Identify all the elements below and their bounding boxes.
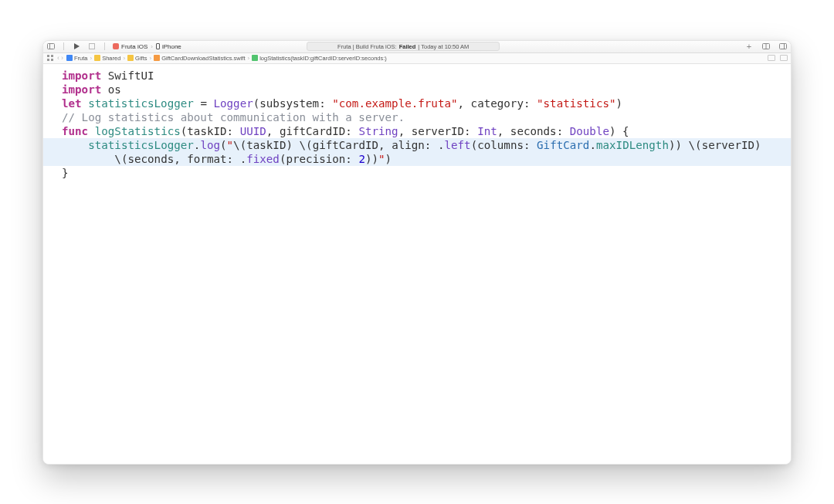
toolbar-separator (104, 42, 105, 50)
svg-rect-6 (780, 44, 787, 49)
svg-rect-11 (51, 59, 53, 61)
nav-forward-icon[interactable]: › (61, 55, 63, 62)
device-icon (156, 43, 160, 49)
status-prefix: Fruta | Build Fruta iOS: (337, 43, 397, 50)
crumb-file[interactable]: GiftCardDownloadStatistics.swift (154, 55, 245, 62)
crumb-project[interactable]: Fruta (66, 55, 88, 62)
code-line: import os (62, 83, 791, 96)
code-line: func logStatistics(taskID: UUID, giftCar… (62, 124, 791, 138)
status-time: | Today at 10:50 AM (418, 43, 469, 50)
code-line: } (62, 166, 791, 180)
svg-marker-2 (74, 43, 80, 49)
folder-icon (94, 55, 100, 61)
code-line: import SwiftUI (62, 69, 791, 83)
folder-icon (127, 55, 134, 61)
toolbar: Fruta iOS › iPhone Fruta | Build Fruta i… (43, 41, 791, 53)
swift-file-icon (154, 55, 160, 61)
run-button-icon[interactable] (72, 42, 81, 51)
svg-rect-8 (47, 55, 49, 57)
code-line: // Log statistics about communication wi… (62, 110, 791, 124)
jump-bar: ‹ › Fruta › Shared › Gifts › GiftCardDow… (43, 53, 791, 64)
breadcrumb[interactable]: Fruta › Shared › Gifts › GiftCardDownloa… (66, 55, 387, 62)
svg-rect-10 (47, 59, 49, 61)
chevron-right-icon: › (150, 43, 154, 50)
stop-button-icon[interactable] (87, 42, 97, 51)
svg-rect-3 (90, 44, 95, 49)
svg-rect-9 (51, 55, 53, 57)
library-icon[interactable] (761, 42, 771, 51)
add-icon[interactable]: + (744, 42, 754, 51)
sidebar-toggle-icon[interactable] (46, 42, 56, 51)
xcode-window: Fruta iOS › iPhone Fruta | Build Fruta i… (42, 40, 792, 465)
scheme-selector[interactable]: Fruta iOS › iPhone (113, 43, 181, 50)
chevron-right-icon: › (247, 55, 251, 62)
app-icon (113, 43, 119, 49)
toolbar-separator (63, 42, 64, 50)
jump-bar-right (768, 55, 788, 61)
status-result: Failed (399, 43, 416, 50)
scheme-name: Fruta iOS (121, 43, 147, 50)
crumb-symbol[interactable]: logStatistics(taskID:giftCardID:serverID… (252, 55, 387, 62)
code-line: let statisticsLogger = Logger(subsystem:… (62, 96, 791, 110)
function-icon (252, 55, 258, 61)
svg-rect-0 (48, 44, 55, 49)
editor-options-icon[interactable] (780, 55, 788, 61)
code-editor[interactable]: import SwiftUI import os let statisticsL… (43, 64, 791, 464)
editor-mode-icon[interactable] (768, 55, 775, 61)
device-name: iPhone (162, 43, 181, 50)
code-line-highlighted: statisticsLogger.log("\(taskID) \(giftCa… (43, 138, 791, 152)
toolbar-right: + (744, 42, 788, 51)
related-items-icon[interactable] (46, 53, 54, 63)
nav-back-icon[interactable]: ‹ (57, 55, 59, 62)
crumb-folder-gifts[interactable]: Gifts (127, 55, 147, 62)
inspector-toggle-icon[interactable] (778, 42, 788, 51)
chevron-right-icon: › (90, 55, 93, 62)
nav-arrows: ‹ › (57, 55, 63, 62)
project-icon (66, 55, 73, 61)
activity-status[interactable]: Fruta | Build Fruta iOS: Failed | Today … (307, 42, 500, 51)
crumb-folder-shared[interactable]: Shared (94, 55, 120, 62)
code-line-highlighted: \(seconds, format: .fixed(precision: 2))… (43, 152, 791, 166)
chevron-right-icon: › (148, 55, 152, 62)
chevron-right-icon: › (122, 55, 126, 62)
